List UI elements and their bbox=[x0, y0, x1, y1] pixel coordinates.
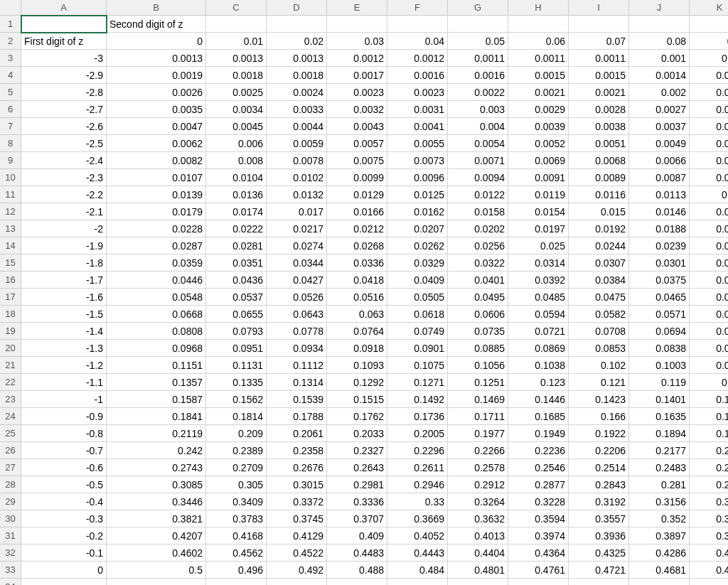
col-header-E[interactable]: E bbox=[327, 0, 387, 16]
cell-D28[interactable]: 0.3015 bbox=[267, 476, 327, 493]
cell-I7[interactable]: 0.0038 bbox=[569, 118, 629, 135]
cell-D3[interactable]: 0.0013 bbox=[267, 50, 327, 67]
cell-J13[interactable]: 0.0188 bbox=[629, 220, 690, 237]
cell-I30[interactable]: 0.3557 bbox=[569, 510, 629, 527]
cell-B12[interactable]: 0.0179 bbox=[107, 203, 206, 220]
cell-H31[interactable]: 0.3974 bbox=[508, 527, 569, 544]
cell-C10[interactable]: 0.0104 bbox=[206, 169, 267, 186]
cell-H4[interactable]: 0.0015 bbox=[508, 67, 569, 84]
cell-J33[interactable]: 0.4681 bbox=[629, 562, 690, 579]
row-header-29[interactable]: 29 bbox=[0, 493, 21, 510]
cell-K4[interactable]: 0.0014 bbox=[690, 67, 728, 84]
col-header-G[interactable]: G bbox=[448, 0, 508, 16]
cell-B24[interactable]: 0.1841 bbox=[107, 408, 206, 425]
cell-F16[interactable]: 0.0409 bbox=[387, 272, 448, 289]
cell-C13[interactable]: 0.0222 bbox=[206, 220, 267, 237]
cell-D10[interactable]: 0.0102 bbox=[267, 169, 327, 186]
cell-A1[interactable] bbox=[21, 16, 107, 33]
cell-E24[interactable]: 0.1762 bbox=[327, 408, 387, 425]
cell-I6[interactable]: 0.0028 bbox=[569, 101, 629, 118]
cell-F3[interactable]: 0.0012 bbox=[387, 50, 448, 67]
cell-K34[interactable] bbox=[690, 579, 728, 585]
cell-A32[interactable]: -0.1 bbox=[21, 544, 107, 562]
cell-J31[interactable]: 0.3897 bbox=[629, 527, 690, 544]
cell-H26[interactable]: 0.2236 bbox=[508, 442, 569, 459]
cell-H28[interactable]: 0.2877 bbox=[508, 476, 569, 493]
cell-G6[interactable]: 0.003 bbox=[448, 101, 508, 118]
cell-B13[interactable]: 0.0228 bbox=[107, 220, 206, 237]
cell-A12[interactable]: -2.1 bbox=[21, 203, 107, 220]
row-header-21[interactable]: 21 bbox=[0, 357, 21, 374]
row-header-23[interactable]: 23 bbox=[0, 391, 21, 408]
cell-D34[interactable] bbox=[267, 579, 327, 585]
cell-J19[interactable]: 0.0694 bbox=[629, 323, 690, 340]
row-header-10[interactable]: 10 bbox=[0, 169, 21, 186]
col-header-D[interactable]: D bbox=[267, 0, 327, 16]
cell-C3[interactable]: 0.0013 bbox=[206, 50, 267, 67]
cell-E14[interactable]: 0.0268 bbox=[327, 237, 387, 254]
cell-E6[interactable]: 0.0032 bbox=[327, 101, 387, 118]
cell-D22[interactable]: 0.1314 bbox=[267, 374, 327, 391]
cell-E16[interactable]: 0.0418 bbox=[327, 272, 387, 289]
cell-K13[interactable]: 0.0183 bbox=[690, 220, 728, 237]
cell-A34[interactable] bbox=[21, 579, 107, 585]
cell-D9[interactable]: 0.0078 bbox=[267, 152, 327, 169]
row-header-18[interactable]: 18 bbox=[0, 306, 21, 323]
cell-F32[interactable]: 0.4443 bbox=[387, 544, 448, 562]
cell-A18[interactable]: -1.5 bbox=[21, 306, 107, 323]
cell-K23[interactable]: 0.1379 bbox=[690, 391, 728, 408]
cell-J12[interactable]: 0.0146 bbox=[629, 203, 690, 220]
cell-D15[interactable]: 0.0344 bbox=[267, 254, 327, 272]
cell-K11[interactable]: 0.011 bbox=[690, 186, 728, 203]
row-header-15[interactable]: 15 bbox=[0, 254, 21, 272]
cell-B32[interactable]: 0.4602 bbox=[107, 544, 206, 562]
cell-J29[interactable]: 0.3156 bbox=[629, 493, 690, 510]
cell-E27[interactable]: 0.2643 bbox=[327, 459, 387, 476]
cell-B20[interactable]: 0.0968 bbox=[107, 340, 206, 357]
row-header-26[interactable]: 26 bbox=[0, 442, 21, 459]
cell-H13[interactable]: 0.0197 bbox=[508, 220, 569, 237]
row-header-17[interactable]: 17 bbox=[0, 289, 21, 306]
row-header-1[interactable]: 1 bbox=[0, 16, 21, 33]
cell-H5[interactable]: 0.0021 bbox=[508, 84, 569, 101]
cell-J25[interactable]: 0.1894 bbox=[629, 425, 690, 442]
cell-C25[interactable]: 0.209 bbox=[206, 425, 267, 442]
cell-G13[interactable]: 0.0202 bbox=[448, 220, 508, 237]
cell-B15[interactable]: 0.0359 bbox=[107, 254, 206, 272]
cell-A19[interactable]: -1.4 bbox=[21, 323, 107, 340]
cell-C17[interactable]: 0.0537 bbox=[206, 289, 267, 306]
row-header-2[interactable]: 2 bbox=[0, 33, 21, 50]
cell-C11[interactable]: 0.0136 bbox=[206, 186, 267, 203]
cell-I19[interactable]: 0.0708 bbox=[569, 323, 629, 340]
cell-J5[interactable]: 0.002 bbox=[629, 84, 690, 101]
cell-K12[interactable]: 0.0143 bbox=[690, 203, 728, 220]
cell-F13[interactable]: 0.0207 bbox=[387, 220, 448, 237]
cell-B2[interactable]: 0 bbox=[107, 33, 206, 50]
cell-H22[interactable]: 0.123 bbox=[508, 374, 569, 391]
cell-E31[interactable]: 0.409 bbox=[327, 527, 387, 544]
cell-G32[interactable]: 0.4404 bbox=[448, 544, 508, 562]
cell-G7[interactable]: 0.004 bbox=[448, 118, 508, 135]
cell-A21[interactable]: -1.2 bbox=[21, 357, 107, 374]
cell-I34[interactable] bbox=[569, 579, 629, 585]
cell-K6[interactable]: 0.0026 bbox=[690, 101, 728, 118]
cell-J9[interactable]: 0.0066 bbox=[629, 152, 690, 169]
cell-G26[interactable]: 0.2266 bbox=[448, 442, 508, 459]
cell-A17[interactable]: -1.6 bbox=[21, 289, 107, 306]
cell-K20[interactable]: 0.0823 bbox=[690, 340, 728, 357]
cell-A3[interactable]: -3 bbox=[21, 50, 107, 67]
row-header-33[interactable]: 33 bbox=[0, 562, 21, 579]
cell-B33[interactable]: 0.5 bbox=[107, 562, 206, 579]
col-header-H[interactable]: H bbox=[508, 0, 569, 16]
cell-B34[interactable] bbox=[107, 579, 206, 585]
cell-H1[interactable] bbox=[508, 16, 569, 33]
cell-B16[interactable]: 0.0446 bbox=[107, 272, 206, 289]
row-header-6[interactable]: 6 bbox=[0, 101, 21, 118]
row-header-16[interactable]: 16 bbox=[0, 272, 21, 289]
cell-B1[interactable]: Second digit of z bbox=[107, 16, 206, 33]
cell-G4[interactable]: 0.0016 bbox=[448, 67, 508, 84]
cell-D12[interactable]: 0.017 bbox=[267, 203, 327, 220]
cell-C14[interactable]: 0.0281 bbox=[206, 237, 267, 254]
cell-G17[interactable]: 0.0495 bbox=[448, 289, 508, 306]
cell-H9[interactable]: 0.0069 bbox=[508, 152, 569, 169]
